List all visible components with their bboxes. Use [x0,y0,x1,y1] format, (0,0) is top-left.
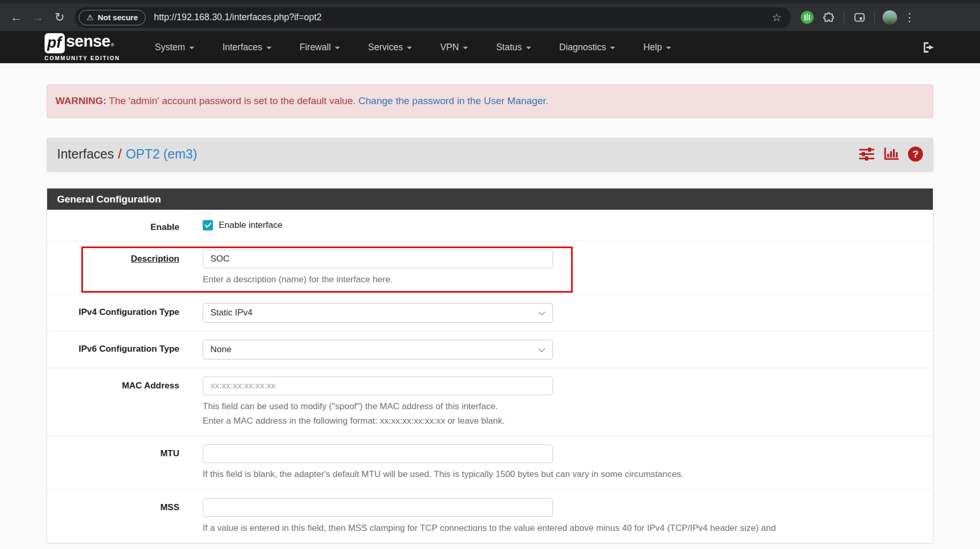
ipv4-config-type-label: IPv4 Configuration Type [47,303,203,323]
window-strip [0,0,980,4]
row-mss: MSS If a value is entered in this field,… [47,489,933,543]
forward-icon[interactable]: → [29,9,47,26]
security-chip[interactable]: ⚠ Not secure [79,10,146,25]
screen-capture-icon[interactable] [852,10,867,25]
browser-toolbar: ← → ↻ ⚠ Not secure http://192.168.30.1/i… [0,4,980,31]
menu-item-label: Interfaces [222,42,262,53]
back-icon[interactable]: ← [7,9,25,26]
logo-sense-text: sense [66,33,110,49]
mac-address-help-2: Enter a MAC address in the following for… [203,414,933,428]
menu-item-label: Firewall [300,42,331,53]
change-password-link[interactable]: Change the password in the User Manager. [359,95,549,106]
ipv6-config-type-value: None [210,344,232,355]
menu-item-label: System [155,42,185,53]
panel-header: General Configuration [47,189,933,210]
toolbar-divider [874,12,875,23]
ipv4-config-type-value: Static IPv4 [210,308,252,318]
enable-label: Enable [47,218,203,233]
password-warning-banner: WARNING: The 'admin' account password is… [47,84,933,118]
row-enable: Enable Enable interface [47,210,933,241]
security-chip-label: Not secure [97,13,138,22]
status-chart-icon[interactable] [884,147,899,161]
mac-address-help-1: This field can be used to modify ("spoof… [203,400,933,413]
menu-item-help[interactable]: Help [629,36,685,59]
ipv6-config-type-label: IPv6 Configuration Type [47,340,203,359]
browser-chrome: ← → ↻ ⚠ Not secure http://192.168.30.1/i… [0,0,980,31]
menu-item-firewall[interactable]: Firewall [286,36,354,59]
menu-item-label: Status [496,42,522,53]
sliders-icon[interactable] [859,147,875,161]
chevron-down-icon [189,47,194,49]
menu-item-interfaces[interactable]: Interfaces [208,36,286,59]
ipv6-config-type-select[interactable]: None [203,340,553,359]
row-ipv4-config-type: IPv4 Configuration Type Static IPv4 [47,294,933,331]
menu-item-vpn[interactable]: VPN [426,36,482,59]
logo-pf-box: pf [45,33,65,53]
menu-item-label: Diagnostics [559,42,606,53]
pfsense-navbar: pf sense ® COMMUNITY EDITION System Inte… [0,31,980,63]
row-mac-address: MAC Address This field can be used to mo… [47,368,933,436]
mtu-help: If this field is blank, the adapter's de… [203,468,933,481]
warning-prefix: WARNING: [55,95,106,106]
profile-avatar[interactable] [883,10,897,25]
mtu-label: MTU [47,444,203,481]
mss-label: MSS [47,498,203,535]
menu-item-services[interactable]: Services [354,36,426,59]
not-secure-warning-icon: ⚠ [87,13,93,22]
mtu-input[interactable] [203,444,553,463]
enable-interface-checkbox[interactable] [203,220,213,230]
extension-green-icon[interactable] [800,10,814,25]
ipv4-config-type-select[interactable]: Static IPv4 [203,303,553,323]
enable-interface-checkbox-label: Enable interface [219,220,282,230]
logout-icon[interactable] [921,40,935,54]
menu-item-label: Help [643,42,662,53]
help-icon[interactable]: ? [908,147,923,162]
menu-item-status[interactable]: Status [482,36,545,59]
reload-icon[interactable]: ↻ [51,9,68,26]
chevron-down-icon [335,47,340,49]
chevron-down-icon [407,47,412,49]
bookmark-star-icon[interactable]: ☆ [772,11,782,24]
chevron-down-icon [526,47,531,49]
menu-item-diagnostics[interactable]: Diagnostics [545,36,629,59]
browser-menu-icon[interactable]: ⋮ [904,11,915,24]
mss-help: If a value is entered in this field, the… [203,522,933,535]
menu-item-label: VPN [440,42,459,53]
mss-input[interactable] [203,498,553,517]
description-label: Description [47,250,203,286]
toolbar-divider [844,12,844,23]
breadcrumb-page[interactable]: OPT2 (em3) [126,147,197,162]
page-content: WARNING: The 'admin' account password is… [47,84,933,543]
pfsense-logo[interactable]: pf sense ® COMMUNITY EDITION [45,33,120,61]
chevron-down-icon [666,47,671,49]
mac-address-label: MAC Address [47,377,203,427]
chevron-down-icon [538,345,545,352]
chevron-down-icon [266,47,272,49]
general-configuration-panel: General Configuration Enable Enable inte… [47,188,933,544]
logo-registered-mark: ® [111,42,115,48]
breadcrumb-section: Interfaces [57,147,114,162]
chevron-down-icon [610,47,615,49]
description-help: Enter a description (name) for the inter… [203,273,933,286]
warning-text: The 'admin' account password is set to t… [106,95,358,106]
menu-item-label: Services [368,42,403,53]
address-bar[interactable]: ⚠ Not secure http://192.168.30.1/interfa… [75,7,791,28]
extensions-puzzle-icon[interactable] [821,10,836,25]
mac-address-input[interactable] [203,377,553,395]
logo-community-edition: COMMUNITY EDITION [45,55,120,61]
chevron-down-icon [463,47,468,49]
row-ipv6-config-type: IPv6 Configuration Type None [47,331,933,368]
breadcrumb-bar: Interfaces / OPT2 (em3) [47,138,933,171]
url-text[interactable]: http://192.168.30.1/interfaces.php?if=op… [154,12,768,23]
breadcrumb-separator: / [118,147,122,162]
chevron-down-icon [538,309,545,315]
main-menu: System Interfaces Firewall Services VPN … [141,36,686,59]
row-description: Description Enter a description (name) f… [47,241,933,295]
row-mtu: MTU If this field is blank, the adapter'… [47,436,933,489]
menu-item-system[interactable]: System [141,36,208,59]
description-input[interactable] [203,250,553,268]
